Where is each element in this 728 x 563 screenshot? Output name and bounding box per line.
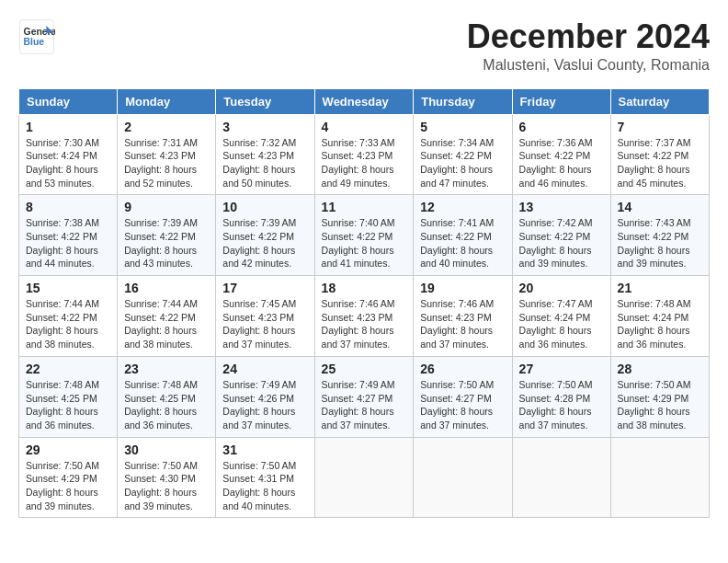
day-info: Sunrise: 7:48 AMSunset: 4:25 PMDaylight:… (124, 378, 209, 432)
day-info: Sunrise: 7:33 AMSunset: 4:23 PMDaylight:… (322, 136, 407, 190)
table-row (414, 437, 512, 518)
table-row: 5Sunrise: 7:34 AMSunset: 4:22 PMDaylight… (414, 114, 512, 195)
table-row: 26Sunrise: 7:50 AMSunset: 4:27 PMDayligh… (414, 356, 512, 437)
day-info: Sunrise: 7:50 AMSunset: 4:27 PMDaylight:… (420, 378, 505, 432)
logo-icon: General Blue (18, 18, 55, 55)
day-info: Sunrise: 7:44 AMSunset: 4:22 PMDaylight:… (26, 297, 110, 351)
day-info: Sunrise: 7:50 AMSunset: 4:29 PMDaylight:… (26, 459, 110, 513)
table-row: 31Sunrise: 7:50 AMSunset: 4:31 PMDayligh… (216, 437, 314, 518)
weekday-header-row: Sunday Monday Tuesday Wednesday Thursday… (19, 88, 710, 114)
day-number: 4 (322, 120, 407, 134)
day-info: Sunrise: 7:50 AMSunset: 4:28 PMDaylight:… (519, 378, 604, 432)
day-info: Sunrise: 7:44 AMSunset: 4:22 PMDaylight:… (124, 297, 209, 351)
day-number: 11 (322, 200, 407, 214)
day-number: 17 (222, 281, 307, 295)
day-number: 10 (222, 200, 307, 214)
table-row: 18Sunrise: 7:46 AMSunset: 4:23 PMDayligh… (314, 276, 414, 357)
day-number: 29 (26, 442, 110, 457)
table-row: 28Sunrise: 7:50 AMSunset: 4:29 PMDayligh… (610, 356, 709, 437)
day-number: 23 (124, 362, 209, 376)
calendar-table: Sunday Monday Tuesday Wednesday Thursday… (18, 88, 710, 519)
calendar-week-row: 15Sunrise: 7:44 AMSunset: 4:22 PMDayligh… (19, 276, 710, 357)
day-number: 9 (124, 200, 209, 214)
day-info: Sunrise: 7:30 AMSunset: 4:24 PMDaylight:… (26, 136, 110, 190)
header-thursday: Thursday (414, 88, 512, 114)
day-info: Sunrise: 7:37 AMSunset: 4:22 PMDaylight:… (618, 136, 702, 190)
table-row: 29Sunrise: 7:50 AMSunset: 4:29 PMDayligh… (19, 437, 118, 518)
day-info: Sunrise: 7:46 AMSunset: 4:23 PMDaylight:… (420, 297, 505, 351)
table-row: 17Sunrise: 7:45 AMSunset: 4:23 PMDayligh… (216, 276, 314, 357)
table-row: 21Sunrise: 7:48 AMSunset: 4:24 PMDayligh… (610, 276, 709, 357)
day-number: 8 (26, 200, 110, 214)
day-info: Sunrise: 7:32 AMSunset: 4:23 PMDaylight:… (222, 136, 307, 190)
header-tuesday: Tuesday (216, 88, 314, 114)
day-number: 13 (519, 200, 604, 214)
day-info: Sunrise: 7:40 AMSunset: 4:22 PMDaylight:… (322, 216, 407, 270)
day-number: 7 (618, 120, 702, 134)
location-title: Malusteni, Vaslui County, Romania (467, 57, 710, 74)
table-row: 25Sunrise: 7:49 AMSunset: 4:27 PMDayligh… (314, 356, 414, 437)
table-row: 7Sunrise: 7:37 AMSunset: 4:22 PMDaylight… (610, 114, 709, 195)
table-row: 22Sunrise: 7:48 AMSunset: 4:25 PMDayligh… (19, 356, 118, 437)
day-number: 26 (420, 362, 505, 376)
day-number: 18 (322, 281, 407, 295)
table-row: 8Sunrise: 7:38 AMSunset: 4:22 PMDaylight… (19, 195, 118, 276)
day-info: Sunrise: 7:49 AMSunset: 4:26 PMDaylight:… (222, 378, 307, 432)
header-wednesday: Wednesday (314, 88, 414, 114)
day-number: 19 (420, 281, 505, 295)
calendar-week-row: 8Sunrise: 7:38 AMSunset: 4:22 PMDaylight… (19, 195, 710, 276)
table-row: 10Sunrise: 7:39 AMSunset: 4:22 PMDayligh… (216, 195, 314, 276)
header-friday: Friday (512, 88, 610, 114)
table-row: 19Sunrise: 7:46 AMSunset: 4:23 PMDayligh… (414, 276, 512, 357)
table-row: 4Sunrise: 7:33 AMSunset: 4:23 PMDaylight… (314, 114, 414, 195)
day-number: 24 (222, 362, 307, 376)
table-row: 20Sunrise: 7:47 AMSunset: 4:24 PMDayligh… (512, 276, 610, 357)
day-number: 20 (519, 281, 604, 295)
calendar-week-row: 1Sunrise: 7:30 AMSunset: 4:24 PMDaylight… (19, 114, 710, 195)
day-info: Sunrise: 7:39 AMSunset: 4:22 PMDaylight:… (124, 216, 209, 270)
day-info: Sunrise: 7:42 AMSunset: 4:22 PMDaylight:… (519, 216, 604, 270)
day-info: Sunrise: 7:49 AMSunset: 4:27 PMDaylight:… (322, 378, 407, 432)
day-info: Sunrise: 7:47 AMSunset: 4:24 PMDaylight:… (519, 297, 604, 351)
day-number: 21 (618, 281, 702, 295)
calendar-week-row: 22Sunrise: 7:48 AMSunset: 4:25 PMDayligh… (19, 356, 710, 437)
day-number: 3 (222, 120, 307, 134)
table-row: 11Sunrise: 7:40 AMSunset: 4:22 PMDayligh… (314, 195, 414, 276)
table-row (512, 437, 610, 518)
day-number: 14 (618, 200, 702, 214)
day-info: Sunrise: 7:45 AMSunset: 4:23 PMDaylight:… (222, 297, 307, 351)
day-info: Sunrise: 7:48 AMSunset: 4:25 PMDaylight:… (26, 378, 110, 432)
svg-text:Blue: Blue (24, 37, 45, 47)
header-saturday: Saturday (610, 88, 709, 114)
day-number: 1 (26, 120, 110, 134)
table-row: 27Sunrise: 7:50 AMSunset: 4:28 PMDayligh… (512, 356, 610, 437)
day-number: 28 (618, 362, 702, 376)
table-row (314, 437, 414, 518)
table-row: 9Sunrise: 7:39 AMSunset: 4:22 PMDaylight… (118, 195, 216, 276)
day-info: Sunrise: 7:50 AMSunset: 4:29 PMDaylight:… (618, 378, 702, 432)
table-row: 24Sunrise: 7:49 AMSunset: 4:26 PMDayligh… (216, 356, 314, 437)
day-info: Sunrise: 7:38 AMSunset: 4:22 PMDaylight:… (26, 216, 110, 270)
table-row: 14Sunrise: 7:43 AMSunset: 4:22 PMDayligh… (610, 195, 709, 276)
day-info: Sunrise: 7:39 AMSunset: 4:22 PMDaylight:… (222, 216, 307, 270)
day-info: Sunrise: 7:34 AMSunset: 4:22 PMDaylight:… (420, 136, 505, 190)
title-block: December 2024 Malusteni, Vaslui County, … (467, 18, 710, 74)
day-number: 16 (124, 281, 209, 295)
day-info: Sunrise: 7:41 AMSunset: 4:22 PMDaylight:… (420, 216, 505, 270)
table-row: 23Sunrise: 7:48 AMSunset: 4:25 PMDayligh… (118, 356, 216, 437)
day-number: 27 (519, 362, 604, 376)
table-row: 12Sunrise: 7:41 AMSunset: 4:22 PMDayligh… (414, 195, 512, 276)
table-row: 13Sunrise: 7:42 AMSunset: 4:22 PMDayligh… (512, 195, 610, 276)
table-row: 1Sunrise: 7:30 AMSunset: 4:24 PMDaylight… (19, 114, 118, 195)
day-info: Sunrise: 7:43 AMSunset: 4:22 PMDaylight:… (618, 216, 702, 270)
day-number: 2 (124, 120, 209, 134)
table-row (610, 437, 709, 518)
day-number: 30 (124, 442, 209, 457)
day-info: Sunrise: 7:50 AMSunset: 4:31 PMDaylight:… (222, 459, 307, 513)
day-number: 12 (420, 200, 505, 214)
day-info: Sunrise: 7:46 AMSunset: 4:23 PMDaylight:… (322, 297, 407, 351)
day-info: Sunrise: 7:31 AMSunset: 4:23 PMDaylight:… (124, 136, 209, 190)
day-info: Sunrise: 7:48 AMSunset: 4:24 PMDaylight:… (618, 297, 702, 351)
calendar-week-row: 29Sunrise: 7:50 AMSunset: 4:29 PMDayligh… (19, 437, 710, 518)
day-number: 6 (519, 120, 604, 134)
